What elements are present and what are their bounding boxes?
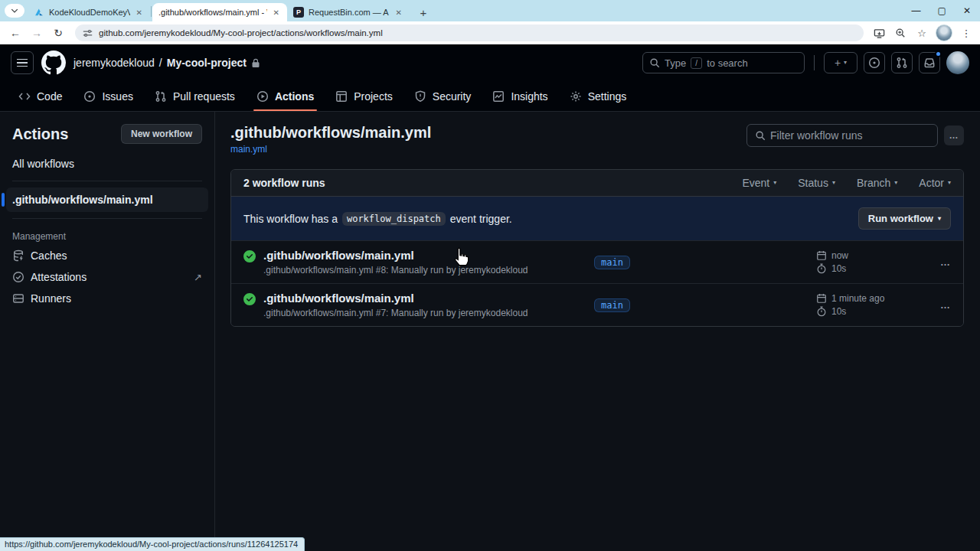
tab-close-icon[interactable]: ✕ [394,8,403,17]
toolbar-actions: ☆ ⋮ [871,24,974,41]
tab-insights[interactable]: Insights [482,81,558,111]
run-time: now [831,250,848,261]
run-duration: 10s [831,306,846,317]
caret-down-icon: ▾ [773,180,776,186]
tab-list-chevron-button[interactable] [5,4,24,18]
filter-branch-dropdown[interactable]: Branch▾ [857,177,897,189]
filter-actor-dropdown[interactable]: Actor▾ [919,177,951,189]
tab-close-icon[interactable]: ✕ [272,8,281,17]
check-circle-success-icon [243,250,256,276]
gear-icon [570,90,582,103]
sidebar-item-label: Attestations [31,271,87,283]
url-text[interactable]: github.com/jeremykodekloud/My-cool-proje… [99,28,383,37]
filter-status-dropdown[interactable]: Status▾ [798,177,835,189]
browser-profile-avatar[interactable] [936,24,952,41]
run-options-kebab-button[interactable]: … [940,299,951,311]
banner-text-post: event trigger. [450,213,512,225]
issue-opened-icon [868,57,880,69]
pull-requests-header-button[interactable] [891,52,913,73]
notification-dot [935,51,942,57]
sidebar-section-management: Management [0,225,214,245]
workflow-file-link[interactable]: main.yml [230,144,267,155]
sidebar-item-caches[interactable]: Caches [0,245,214,266]
stopwatch-icon [816,306,827,317]
sidebar-divider [12,218,202,219]
browser-tab-requestbin[interactable]: P RequestBin.com — A modern r ✕ [287,3,410,21]
external-link-icon: ↗ [194,272,202,283]
workflow-options-kebab-button[interactable]: … [944,126,964,145]
browser-menu-icon[interactable]: ⋮ [959,25,974,41]
tab-projects[interactable]: Projects [325,81,403,111]
hamburger-menu-button[interactable] [11,51,34,74]
workflow-main: .github/workflows/main.yml main.yml … 2 … [215,112,980,551]
run-options-kebab-button[interactable]: … [940,256,951,268]
window-controls: — ▢ ✕ [912,0,977,21]
breadcrumb-repo[interactable]: My-cool-project [167,57,247,69]
maximize-button[interactable]: ▢ [938,5,946,16]
table-icon [335,90,348,103]
tab-security[interactable]: Security [403,81,482,111]
tab-close-icon[interactable]: ✕ [135,8,144,17]
sidebar-divider [12,181,202,181]
search-placeholder-post: to search [707,57,747,69]
browser-status-url: https://github.com/jeremykodekloud/My-co… [0,537,305,551]
back-button[interactable]: ← [6,24,24,42]
address-bar[interactable]: github.com/jeremykodekloud/My-cool-proje… [75,24,864,41]
sidebar-item-runners[interactable]: Runners [0,288,214,309]
mouse-cursor-pointer [451,246,472,271]
close-window-button[interactable]: ✕ [963,5,971,16]
new-workflow-button[interactable]: New workflow [121,124,202,144]
sidebar-item-selected-workflow[interactable]: .github/workflows/main.yml [6,187,208,212]
sidebar-item-all-workflows[interactable]: All workflows [6,153,208,174]
send-to-device-icon[interactable] [871,25,887,41]
issues-header-button[interactable] [864,52,885,73]
branch-badge[interactable]: main [594,256,630,269]
workflow-run-row[interactable]: .github/workflows/main.yml .github/workf… [231,240,963,283]
github-user-avatar[interactable] [946,51,969,74]
run-title-link[interactable]: .github/workflows/main.yml [263,292,528,305]
tab-code[interactable]: Code [8,81,73,111]
run-title-link[interactable]: .github/workflows/main.yml [263,249,528,262]
tab-label: Actions [275,90,314,103]
create-new-button[interactable]: + ▾ [824,52,858,73]
tab-label: Pull requests [173,90,235,103]
run-description: .github/workflows/main.yml #8: Manually … [263,265,528,276]
tab-settings[interactable]: Settings [559,81,638,111]
github-search-input[interactable]: Type / to search [642,52,805,73]
github-logo-icon[interactable] [41,51,66,75]
verified-check-icon [12,271,24,283]
tab-actions[interactable]: Actions [246,81,325,111]
sidebar-item-label: Runners [31,292,71,305]
run-workflow-button[interactable]: Run workflow ▾ [858,207,951,230]
tab-issues[interactable]: Issues [73,81,143,111]
zoom-page-icon[interactable] [893,25,908,41]
bookmark-star-icon[interactable]: ☆ [914,25,929,41]
browser-tab-keyvault[interactable]: KodeKloudDemoKeyVault - Mic ✕ [28,3,150,21]
workflow-run-row[interactable]: .github/workflows/main.yml .github/workf… [231,283,963,326]
new-tab-button[interactable]: + [414,3,433,21]
notifications-button[interactable] [919,52,940,73]
tab-title: .github/workflows/main.yml - W [158,8,267,17]
minimize-button[interactable]: — [912,5,921,16]
browser-titlebar: KodeKloudDemoKeyVault - Mic ✕ .github/wo… [0,0,980,21]
workflow-dispatch-code: workflow_dispatch [342,212,446,226]
tab-label: Security [433,90,472,103]
branch-badge[interactable]: main [594,298,630,312]
filter-event-dropdown[interactable]: Event▾ [742,177,776,189]
runs-count: 2 workflow runs [243,177,325,189]
tab-title: RequestBin.com — A modern r [309,8,390,17]
tab-pull-requests[interactable]: Pull requests [144,81,246,111]
browser-tab-workflow-active[interactable]: .github/workflows/main.yml - W ✕ [152,3,287,21]
filter-workflow-runs-input[interactable] [746,124,938,147]
forward-button[interactable]: → [28,24,46,42]
sidebar-item-label: Caches [31,249,67,262]
site-info-icon[interactable] [83,28,93,38]
breadcrumb: jeremykodekloud / My-cool-project [74,57,260,69]
breadcrumb-owner[interactable]: jeremykodekloud [74,57,155,69]
filter-input-field[interactable] [770,129,929,142]
caret-down-icon: ▾ [938,216,941,222]
play-icon [256,90,269,103]
sidebar-item-attestations[interactable]: Attestations ↗ [0,266,214,288]
tab-label: Projects [354,90,393,103]
refresh-button[interactable]: ↻ [49,24,67,42]
